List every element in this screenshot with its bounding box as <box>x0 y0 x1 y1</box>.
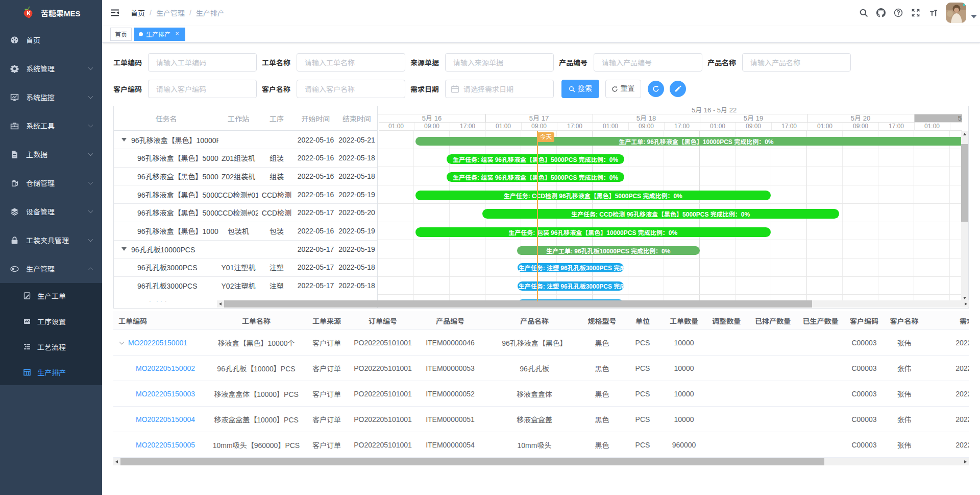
orders-column-产品编号: 产品编号 <box>414 311 486 330</box>
orders-cell <box>748 356 797 381</box>
scroll-down-arrow[interactable] <box>963 297 966 299</box>
tag-首页[interactable]: 首页 <box>110 28 132 41</box>
gantt-horizontal-scrollbar[interactable] <box>217 300 969 308</box>
sidebar-subitem-工艺流程[interactable]: 工艺流程 <box>0 334 102 360</box>
order-code-link[interactable]: MO202205150002 <box>136 364 195 372</box>
gantt-task-row[interactable]: 96孔移液盒【黑色】5000PCSZ01组装机组装2022-05-162022-… <box>114 149 377 168</box>
sidebar-item-1[interactable]: 首页 <box>0 26 102 54</box>
scroll-right-arrow[interactable] <box>965 302 967 305</box>
sidebar-item-8[interactable]: 工装夹具管理 <box>0 226 102 254</box>
gantt-bar[interactable]: 生产工单: 96孔移液盒【黑色】10000PCS 完成比例：0% <box>415 137 962 146</box>
refresh-round-button[interactable] <box>648 81 664 97</box>
gantt-vertical-scrollbar[interactable] <box>961 131 968 301</box>
search-icon[interactable] <box>855 0 872 26</box>
task-cell: CCD检测#01 <box>218 185 258 203</box>
gantt-task-row[interactable]: 96孔孔板10000PCS2022-05-172022-05-19 <box>114 240 377 258</box>
collapse-triangle-icon[interactable] <box>121 138 127 142</box>
orders-table-scrollbar[interactable] <box>113 458 969 465</box>
scroll-thumb[interactable] <box>120 458 824 465</box>
gantt-task-row[interactable]: 96孔移液盒【黑色】10000PCS2022-05-162022-05-21 <box>114 131 377 149</box>
orders-table-row[interactable]: MO20220515000296孔孔板【10000】PCS客户订单PO20220… <box>113 356 969 381</box>
collapse-triangle-icon[interactable] <box>121 247 127 251</box>
tag-close-icon[interactable]: × <box>174 31 181 38</box>
gantt-bar[interactable]: 生产任务: CCD检测 96孔移液盒【黑色】5000PCS 完成比例：0% <box>482 209 839 219</box>
order-code-cell: MO202205150004 <box>113 407 211 432</box>
gantt-bar[interactable]: 生产任务: CCD检测 96孔移液盒【黑色】5000PCS 完成比例：0% <box>415 191 771 200</box>
gantt-task-row[interactable]: 96孔孔板3000PCSY01注塑机注塑2022-05-172022-05-18 <box>114 258 377 277</box>
scroll-left-arrow[interactable] <box>115 460 118 463</box>
task-name-cell: 96孔移液盒【黑色】5000PCS <box>114 204 218 222</box>
avatar[interactable] <box>946 3 966 23</box>
sidebar-submenu: 生产工单工序设置工艺流程生产排产 <box>0 283 102 385</box>
github-icon[interactable] <box>872 0 890 26</box>
scroll-thumb[interactable] <box>961 144 968 222</box>
hamburger-icon[interactable] <box>110 8 119 17</box>
text-size-icon[interactable] <box>924 0 942 26</box>
filter-input-产品编号[interactable]: 请输入产品编号 <box>594 53 702 72</box>
orders-table-row[interactable]: MO20220515000510mm吸头【960000】PCS客户订单PO202… <box>113 432 969 458</box>
sidebar-item-6[interactable]: 仓储管理 <box>0 169 102 197</box>
tag-生产排产[interactable]: 生产排产× <box>134 28 185 41</box>
gantt-task-row[interactable]: 96孔孔板3000PCSY02注塑机注塑2022-05-172022-05-18 <box>114 277 377 295</box>
sidebar-subitem-生产排产[interactable]: 生产排产 <box>0 360 102 385</box>
orders-table-row[interactable]: MO202205150003移液盒盒体【10000】PCS客户订单PO20220… <box>113 381 969 407</box>
orders-cell <box>704 381 748 407</box>
gantt-hour-cell: 01:00 <box>593 123 629 131</box>
search-button[interactable]: 搜索 <box>561 80 599 98</box>
fullscreen-icon[interactable] <box>907 0 924 26</box>
question-icon[interactable] <box>890 0 907 26</box>
gantt-bar[interactable]: 生产任务: 包装 96孔移液盒【黑色】10000PCS 完成比例：0% <box>415 227 771 237</box>
reset-button[interactable]: 重置 <box>605 80 641 98</box>
task-cell: Y02注塑机 <box>218 277 258 295</box>
filter-input-需求日期[interactable]: 请选择需求日期 <box>445 80 554 98</box>
gantt-bar[interactable]: 生产工单: 96孔孔板10000PCS 完成比例：0% <box>517 246 700 255</box>
breadcrumb-item-1[interactable]: 首页 <box>131 8 145 18</box>
filter-input-工单编码[interactable]: 请输入工单编码 <box>148 53 257 72</box>
edit-round-button[interactable] <box>670 81 686 97</box>
gantt-bar[interactable]: 生产任务: 注塑 96孔孔板3000PCS 完成比例：0% <box>518 281 624 291</box>
gantt-task-row[interactable]: 96孔移液盒【黑色】5000PCSCCD检测#01CCD检测2022-05-16… <box>114 185 377 204</box>
order-code-link[interactable]: MO202205150005 <box>136 441 195 449</box>
expand-arrow-icon[interactable] <box>119 339 125 344</box>
sidebar-item-3[interactable]: 系统监控 <box>0 83 102 111</box>
scroll-thumb[interactable] <box>224 300 812 308</box>
dashboard-icon <box>10 36 19 44</box>
orders-table-row[interactable]: MO202205150001移液盒【黑色】10000个客户订单PO2022051… <box>113 330 969 356</box>
filter-input-客户名称[interactable]: 请输入客户名称 <box>297 80 405 98</box>
gantt-hour-cell <box>950 123 963 131</box>
order-code-link[interactable]: MO202205150004 <box>136 415 195 423</box>
gantt-bar[interactable]: 生产任务: 组装 96孔移液盒【黑色】5000PCS 完成比例：0% <box>447 172 624 182</box>
gantt-task-row[interactable]: 96孔移液盒【黑色】5000PCSZ02组装机组装2022-05-162022-… <box>114 167 377 185</box>
filter-label-产品名称: 产品名称 <box>707 57 742 67</box>
toolbox-icon <box>10 122 19 130</box>
search-icon <box>859 8 868 17</box>
sidebar-item-9[interactable]: 生产管理 <box>0 254 102 283</box>
filter-input-来源单据[interactable]: 请输入来源单据 <box>445 53 554 72</box>
filter-input-客户编码[interactable]: 请输入客户编码 <box>148 80 257 98</box>
sidebar-item-5[interactable]: 主数据 <box>0 140 102 169</box>
filter-input-产品名称[interactable]: 请输入产品名称 <box>742 53 851 72</box>
gantt-task-row[interactable]: 96孔移液盒【黑色】5000PCSCCD检测#02CCD检测2022-05-17… <box>114 204 377 222</box>
sidebar-subitem-生产工单[interactable]: 生产工单 <box>0 283 102 309</box>
app-logo[interactable]: 苦糖果MES <box>0 0 102 26</box>
gantt-bar[interactable]: 生产任务: 注塑 96孔孔板3000PCS 完成比例：0% <box>518 263 624 272</box>
filter-input-工单名称[interactable]: 请输入工单名称 <box>297 53 405 72</box>
chevron-down-icon <box>88 237 93 242</box>
order-code-link[interactable]: MO202205150001 <box>128 339 187 347</box>
process-setting-icon <box>23 317 31 325</box>
orders-table-row[interactable]: MO202205150004移液盒盒盖【10000】PCS客户订单PO20220… <box>113 407 969 432</box>
monitor-icon <box>10 93 19 102</box>
caret-down-icon[interactable] <box>971 15 977 18</box>
sidebar-subitem-工序设置[interactable]: 工序设置 <box>0 309 102 334</box>
scroll-up-arrow[interactable] <box>963 133 966 135</box>
sidebar-item-7[interactable]: 设备管理 <box>0 197 102 226</box>
gantt-hour-cell: 17:00 <box>557 123 593 131</box>
sidebar-item-2[interactable]: 系统管理 <box>0 54 102 83</box>
app-title: 苦糖果MES <box>41 8 81 18</box>
order-code-link[interactable]: MO202205150003 <box>136 390 195 398</box>
gantt-task-row[interactable]: 96孔移液盒【黑色】10000PCS包装机包装2022-05-162022-05… <box>114 222 377 241</box>
gantt-bar[interactable]: 生产任务: 组装 96孔移液盒【黑色】5000PCS 完成比例：0% <box>447 154 624 164</box>
scroll-right-arrow[interactable] <box>964 460 967 463</box>
scroll-left-arrow[interactable] <box>219 302 222 305</box>
sidebar-item-4[interactable]: 系统工具 <box>0 111 102 140</box>
